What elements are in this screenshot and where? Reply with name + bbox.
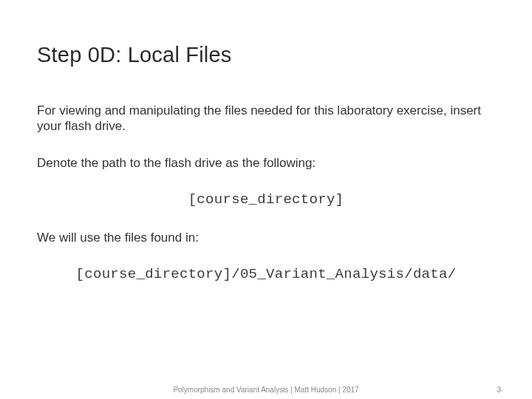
code-course-directory: [course_directory] xyxy=(37,191,495,208)
footer-text: Polymorphism and Variant Analysis | Matt… xyxy=(173,386,358,394)
paragraph-intro: For viewing and manipulating the files n… xyxy=(37,103,495,134)
slide: Step 0D: Local Files For viewing and man… xyxy=(0,0,532,399)
slide-title: Step 0D: Local Files xyxy=(37,43,495,67)
paragraph-files-in: We will use the files found in: xyxy=(37,230,495,245)
paragraph-denote: Denote the path to the flash drive as th… xyxy=(37,155,495,171)
page-number: 3 xyxy=(497,386,501,394)
code-data-path: [course_directory]/05_Variant_Analysis/d… xyxy=(37,266,495,282)
